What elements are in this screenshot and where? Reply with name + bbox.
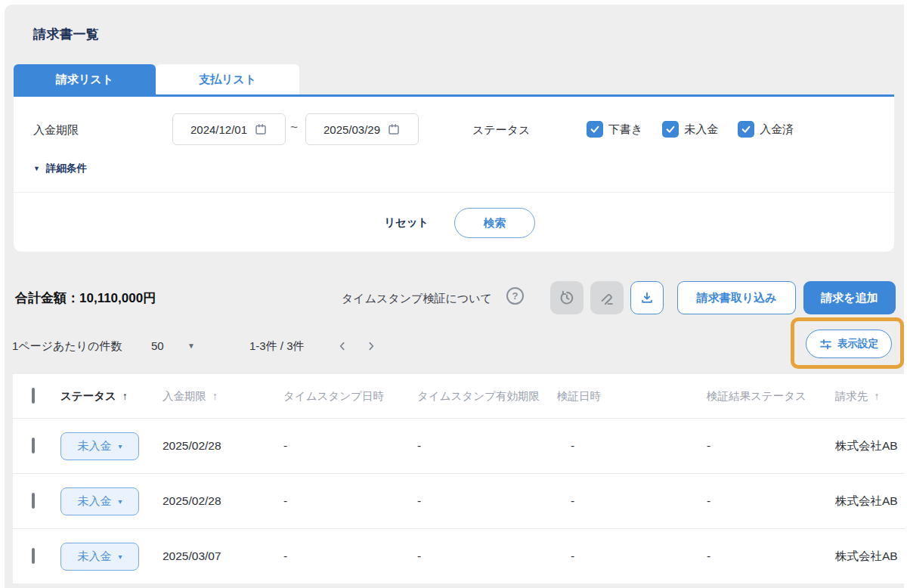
status-filter-checkbox-2[interactable]: 入金済 — [738, 121, 794, 138]
cell-client: 株式会社AB — [835, 494, 905, 509]
calendar-icon — [254, 122, 268, 136]
column-header-5: 検証日時 — [557, 389, 707, 404]
detail-conditions-label: 詳細条件 — [46, 162, 87, 175]
status-filter-label: ステータス — [472, 123, 530, 138]
row-checkbox[interactable] — [32, 438, 35, 453]
select-all-checkbox[interactable] — [32, 388, 35, 404]
status-label: 未入金 — [77, 549, 111, 564]
date-to-input[interactable]: 2025/03/29 — [305, 113, 419, 145]
calendar-icon — [387, 122, 401, 136]
cell-verified-at: - — [557, 494, 707, 508]
page-range: 1-3件 / 3件 — [249, 339, 305, 354]
download-icon — [639, 290, 655, 305]
column-header-3: タイムスタンプ日時 — [283, 389, 417, 404]
sort-arrow-icon: ↑ — [122, 390, 128, 402]
table-row: 未入金 ▾ 2025/02/28 - - - - 株式会社AB — [13, 474, 905, 529]
column-header-label: ステータス — [60, 389, 116, 404]
chevron-left-icon — [336, 340, 348, 352]
add-invoice-button[interactable]: 請求を追加 — [803, 281, 896, 314]
cell-timestamp: - — [283, 494, 417, 508]
invoice-table: ステータス↑入金期限↑タイムスタンプ日時タイムスタンプ有効期限検証日時検証結果ス… — [13, 374, 905, 583]
cell-timestamp: - — [283, 549, 417, 563]
sort-arrow-icon: ↑ — [874, 390, 880, 402]
table-row: 未入金 ▾ 2025/03/07 - - - - 株式会社AB — [13, 529, 905, 583]
cell-timestamp-expiry: - — [417, 494, 557, 508]
history-icon — [559, 289, 575, 306]
cell-timestamp-expiry: - — [417, 549, 557, 563]
date-from-input[interactable]: 2024/12/01 — [172, 113, 286, 145]
status-filter-checkbox-0[interactable]: 下書き — [587, 121, 642, 138]
cell-timestamp: - — [283, 439, 417, 453]
chevron-right-icon — [365, 340, 377, 352]
total-amount: 合計金額：10,110,000円 — [15, 289, 156, 307]
display-settings-label: 表示設定 — [837, 337, 878, 351]
cell-verify-result: - — [707, 494, 835, 508]
prev-page-button[interactable] — [333, 336, 352, 356]
caret-down-icon[interactable]: ▼ — [187, 342, 195, 350]
date-from-value: 2024/12/01 — [190, 123, 247, 136]
cell-verified-at: - — [557, 549, 707, 563]
cell-client: 株式会社AB — [835, 438, 905, 454]
status-dropdown[interactable]: 未入金 ▾ — [60, 432, 139, 460]
cell-due-date: 2025/02/28 — [163, 494, 283, 508]
caret-down-icon: ▼ — [33, 165, 40, 172]
search-button[interactable]: 検索 — [454, 208, 535, 238]
column-header-label: タイムスタンプ日時 — [283, 389, 384, 404]
tune-icon — [819, 338, 832, 351]
date-to-value: 2025/03/29 — [323, 123, 380, 136]
eraser-button[interactable] — [590, 281, 624, 314]
tab-invoice-list[interactable]: 請求リスト — [14, 64, 156, 95]
status-filter-checkbox-1[interactable]: 未入金 — [662, 121, 718, 138]
caret-down-icon: ▾ — [118, 442, 122, 450]
filter-divider — [14, 192, 894, 193]
cell-verify-result: - — [707, 439, 835, 453]
cell-verify-result: - — [707, 549, 835, 563]
table-row: 未入金 ▾ 2025/02/28 - - - - 株式会社AB — [13, 419, 905, 474]
column-header-label: 検証日時 — [557, 389, 601, 404]
column-header-7[interactable]: 請求先↑ — [835, 389, 905, 404]
column-header-label: タイムスタンプ有効期限 — [417, 389, 540, 404]
detail-conditions-toggle[interactable]: ▼ 詳細条件 — [33, 162, 87, 175]
import-invoice-button[interactable]: 請求書取り込み — [677, 281, 796, 314]
column-header-6: 検証結果ステータス — [707, 389, 835, 404]
status-option-label: 未入金 — [684, 122, 718, 137]
table-header-row: ステータス↑入金期限↑タイムスタンプ日時タイムスタンプ有効期限検証日時検証結果ス… — [13, 374, 905, 419]
checkbox-checked-icon — [662, 121, 679, 138]
history-button[interactable] — [550, 281, 584, 314]
status-dropdown[interactable]: 未入金 ▾ — [60, 487, 139, 515]
row-checkbox[interactable] — [32, 493, 35, 509]
column-header-4: タイムスタンプ有効期限 — [417, 389, 557, 404]
status-label: 未入金 — [77, 439, 111, 453]
cell-client: 株式会社AB — [835, 549, 905, 565]
next-page-button[interactable] — [361, 336, 381, 356]
download-button[interactable] — [630, 281, 664, 314]
table-body: 未入金 ▾ 2025/02/28 - - - - 株式会社AB 未入金 ▾ 20… — [13, 419, 905, 583]
caret-down-icon: ▾ — [118, 552, 122, 561]
filter-panel: 入金期限 2024/12/01 ~ 2025/03/29 ステータス 下書き 未… — [14, 97, 894, 252]
column-header-label: 請求先 — [835, 389, 868, 404]
column-header-2[interactable]: 入金期限↑ — [163, 389, 283, 404]
column-header-label: 入金期限 — [163, 389, 206, 404]
status-dropdown[interactable]: 未入金 ▾ — [60, 543, 139, 571]
tab-payment-list[interactable]: 支払リスト — [156, 64, 299, 95]
due-date-label: 入金期限 — [33, 123, 79, 138]
cell-due-date: 2025/03/07 — [163, 549, 283, 563]
status-label: 未入金 — [77, 494, 111, 509]
status-option-label: 入金済 — [760, 122, 794, 137]
column-header-1[interactable]: ステータス↑ — [60, 389, 163, 404]
page-title: 請求書一覧 — [33, 26, 100, 43]
per-page-select[interactable]: 50 — [151, 339, 164, 352]
help-icon[interactable]: ? — [506, 287, 524, 305]
display-settings-button[interactable]: 表示設定 — [806, 330, 892, 358]
timestamp-info-label: タイムスタンプ検証について — [342, 292, 492, 306]
sort-arrow-icon: ↑ — [212, 390, 218, 402]
caret-down-icon: ▾ — [118, 497, 122, 506]
status-option-label: 下書き — [608, 122, 642, 137]
eraser-icon — [599, 289, 615, 306]
cell-verified-at: - — [557, 439, 707, 453]
status-checkbox-group: 下書き 未入金 入金済 — [587, 121, 794, 138]
per-page-label: 1ページあたりの件数 — [12, 339, 122, 354]
reset-button[interactable]: リセット — [384, 215, 429, 230]
checkbox-checked-icon — [738, 121, 754, 138]
row-checkbox[interactable] — [32, 548, 35, 564]
